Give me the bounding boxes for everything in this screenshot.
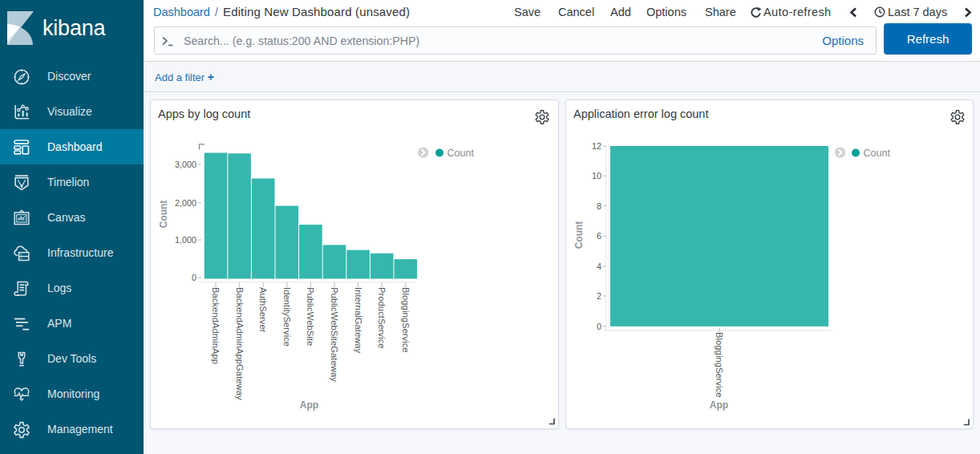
svg-text:Count: Count [447, 148, 475, 159]
svg-text:12: 12 [592, 141, 601, 151]
svg-text:Count: Count [573, 221, 585, 249]
svg-text:0: 0 [597, 322, 601, 331]
svg-text:App: App [300, 399, 318, 411]
svg-text:1,000: 1,000 [175, 235, 196, 245]
svg-text:BloggingService: BloggingService [401, 287, 411, 353]
svg-text:PublicWebSite: PublicWebSite [306, 287, 315, 346]
svg-text:Count: Count [864, 148, 891, 159]
svg-text:2,000: 2,000 [175, 198, 196, 208]
svg-text:IdentityService: IdentityService [282, 287, 292, 347]
svg-text:PublicWebSiteGateway: PublicWebSiteGateway [330, 287, 339, 382]
svg-text:BloggingService: BloggingService [715, 332, 724, 398]
svg-text:8: 8 [597, 201, 601, 211]
svg-text:InternalGateway: InternalGateway [354, 287, 363, 354]
svg-text:6: 6 [597, 231, 601, 241]
svg-text:BackendAdminAppGateway: BackendAdminAppGateway [235, 287, 245, 400]
svg-text:3,000: 3,000 [175, 160, 196, 169]
svg-text:2: 2 [597, 291, 601, 301]
svg-text:0: 0 [192, 273, 196, 282]
svg-text:AuthServer: AuthServer [258, 287, 268, 333]
svg-text:App: App [710, 399, 728, 411]
svg-text:4: 4 [597, 261, 601, 271]
svg-text:ProductService: ProductService [377, 287, 387, 349]
svg-text:Count: Count [158, 201, 169, 229]
svg-text:BackendAdminApp: BackendAdminApp [211, 287, 221, 364]
svg-text:10: 10 [592, 171, 601, 180]
